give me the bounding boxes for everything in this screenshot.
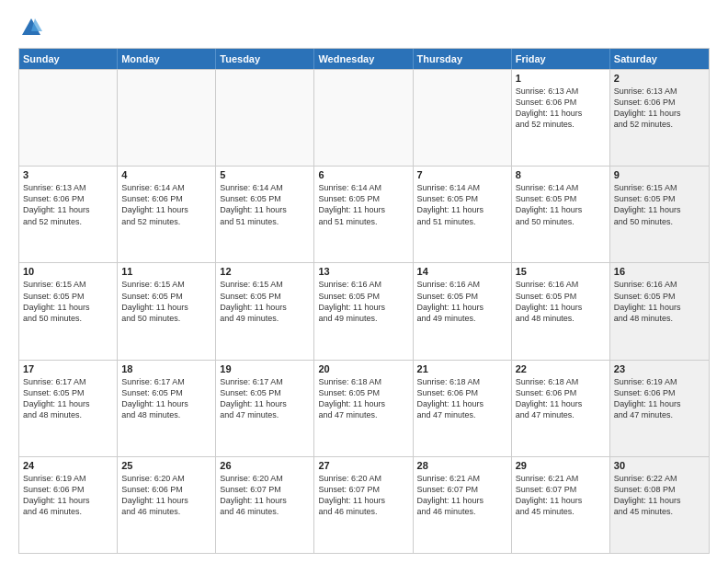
calendar-cell-empty	[216, 70, 314, 166]
logo	[18, 15, 48, 40]
day-info: Sunrise: 6:20 AM Sunset: 6:07 PM Dayligh…	[318, 473, 408, 518]
day-info: Sunrise: 6:18 AM Sunset: 6:06 PM Dayligh…	[417, 376, 507, 421]
calendar-cell-14: 14Sunrise: 6:16 AM Sunset: 6:05 PM Dayli…	[414, 263, 512, 359]
day-number: 25	[121, 460, 211, 471]
day-info: Sunrise: 6:14 AM Sunset: 6:05 PM Dayligh…	[220, 182, 310, 227]
day-info: Sunrise: 6:20 AM Sunset: 6:07 PM Dayligh…	[220, 473, 310, 518]
weekday-header-saturday: Saturday	[610, 49, 709, 69]
calendar-cell-30: 30Sunrise: 6:22 AM Sunset: 6:08 PM Dayli…	[610, 457, 709, 553]
day-info: Sunrise: 6:22 AM Sunset: 6:08 PM Dayligh…	[614, 473, 705, 518]
calendar-cell-19: 19Sunrise: 6:17 AM Sunset: 6:05 PM Dayli…	[216, 361, 314, 456]
weekday-header-monday: Monday	[118, 49, 216, 69]
day-info: Sunrise: 6:15 AM Sunset: 6:05 PM Dayligh…	[23, 279, 113, 324]
weekday-header-thursday: Thursday	[414, 49, 512, 69]
day-number: 21	[417, 363, 507, 374]
day-number: 26	[220, 460, 310, 471]
calendar-cell-13: 13Sunrise: 6:16 AM Sunset: 6:05 PM Dayli…	[314, 263, 413, 359]
calendar-cell-28: 28Sunrise: 6:21 AM Sunset: 6:07 PM Dayli…	[414, 457, 512, 553]
day-number: 10	[23, 266, 113, 277]
calendar-cell-10: 10Sunrise: 6:15 AM Sunset: 6:05 PM Dayli…	[19, 263, 118, 359]
day-number: 30	[614, 460, 705, 471]
calendar-cell-27: 27Sunrise: 6:20 AM Sunset: 6:07 PM Dayli…	[314, 457, 413, 553]
weekday-header-sunday: Sunday	[19, 49, 118, 69]
day-number: 16	[614, 266, 705, 277]
day-number: 19	[220, 363, 310, 374]
calendar-cell-4: 4Sunrise: 6:14 AM Sunset: 6:06 PM Daylig…	[118, 167, 216, 262]
calendar-cell-1: 1Sunrise: 6:13 AM Sunset: 6:06 PM Daylig…	[512, 70, 610, 166]
day-info: Sunrise: 6:18 AM Sunset: 6:05 PM Dayligh…	[318, 376, 408, 421]
day-number: 20	[318, 363, 408, 374]
calendar-cell-empty	[118, 70, 216, 166]
calendar-cell-18: 18Sunrise: 6:17 AM Sunset: 6:05 PM Dayli…	[118, 361, 216, 456]
calendar: SundayMondayTuesdayWednesdayThursdayFrid…	[18, 48, 710, 554]
calendar-cell-22: 22Sunrise: 6:18 AM Sunset: 6:06 PM Dayli…	[512, 361, 610, 456]
calendar-cell-11: 11Sunrise: 6:15 AM Sunset: 6:05 PM Dayli…	[118, 263, 216, 359]
day-info: Sunrise: 6:20 AM Sunset: 6:06 PM Dayligh…	[121, 473, 211, 518]
day-number: 15	[516, 266, 606, 277]
weekday-header-wednesday: Wednesday	[314, 49, 413, 69]
day-number: 1	[516, 73, 606, 84]
day-number: 12	[220, 266, 310, 277]
calendar-cell-12: 12Sunrise: 6:15 AM Sunset: 6:05 PM Dayli…	[216, 263, 314, 359]
calendar-cell-5: 5Sunrise: 6:14 AM Sunset: 6:05 PM Daylig…	[216, 167, 314, 262]
day-info: Sunrise: 6:19 AM Sunset: 6:06 PM Dayligh…	[614, 376, 705, 421]
calendar-row-2: 10Sunrise: 6:15 AM Sunset: 6:05 PM Dayli…	[19, 262, 709, 359]
calendar-row-0: 1Sunrise: 6:13 AM Sunset: 6:06 PM Daylig…	[19, 69, 709, 166]
calendar-cell-21: 21Sunrise: 6:18 AM Sunset: 6:06 PM Dayli…	[414, 361, 512, 456]
header	[18, 15, 710, 40]
calendar-header: SundayMondayTuesdayWednesdayThursdayFrid…	[19, 49, 709, 69]
day-number: 5	[220, 169, 310, 180]
day-info: Sunrise: 6:14 AM Sunset: 6:05 PM Dayligh…	[417, 182, 507, 227]
calendar-row-3: 17Sunrise: 6:17 AM Sunset: 6:05 PM Dayli…	[19, 360, 709, 456]
day-number: 23	[614, 363, 705, 374]
day-info: Sunrise: 6:14 AM Sunset: 6:06 PM Dayligh…	[121, 182, 211, 227]
day-info: Sunrise: 6:17 AM Sunset: 6:05 PM Dayligh…	[23, 376, 113, 421]
calendar-cell-20: 20Sunrise: 6:18 AM Sunset: 6:05 PM Dayli…	[314, 361, 413, 456]
calendar-cell-24: 24Sunrise: 6:19 AM Sunset: 6:06 PM Dayli…	[19, 457, 118, 553]
day-number: 18	[121, 363, 211, 374]
calendar-cell-17: 17Sunrise: 6:17 AM Sunset: 6:05 PM Dayli…	[19, 361, 118, 456]
calendar-cell-29: 29Sunrise: 6:21 AM Sunset: 6:07 PM Dayli…	[512, 457, 610, 553]
day-info: Sunrise: 6:18 AM Sunset: 6:06 PM Dayligh…	[516, 376, 606, 421]
day-number: 2	[614, 73, 705, 84]
day-info: Sunrise: 6:21 AM Sunset: 6:07 PM Dayligh…	[417, 473, 507, 518]
day-number: 28	[417, 460, 507, 471]
calendar-cell-16: 16Sunrise: 6:16 AM Sunset: 6:05 PM Dayli…	[610, 263, 709, 359]
day-number: 13	[318, 266, 408, 277]
day-info: Sunrise: 6:19 AM Sunset: 6:06 PM Dayligh…	[23, 473, 113, 518]
day-number: 11	[121, 266, 211, 277]
calendar-cell-empty	[19, 70, 118, 166]
day-info: Sunrise: 6:16 AM Sunset: 6:05 PM Dayligh…	[614, 279, 705, 324]
calendar-cell-7: 7Sunrise: 6:14 AM Sunset: 6:05 PM Daylig…	[414, 167, 512, 262]
day-info: Sunrise: 6:13 AM Sunset: 6:06 PM Dayligh…	[23, 182, 113, 227]
calendar-body: 1Sunrise: 6:13 AM Sunset: 6:06 PM Daylig…	[19, 69, 709, 553]
day-info: Sunrise: 6:16 AM Sunset: 6:05 PM Dayligh…	[516, 279, 606, 324]
calendar-cell-9: 9Sunrise: 6:15 AM Sunset: 6:05 PM Daylig…	[610, 167, 709, 262]
day-info: Sunrise: 6:15 AM Sunset: 6:05 PM Dayligh…	[121, 279, 211, 324]
day-number: 9	[614, 169, 705, 180]
calendar-cell-23: 23Sunrise: 6:19 AM Sunset: 6:06 PM Dayli…	[610, 361, 709, 456]
day-number: 8	[516, 169, 606, 180]
day-info: Sunrise: 6:13 AM Sunset: 6:06 PM Dayligh…	[516, 86, 606, 131]
day-info: Sunrise: 6:15 AM Sunset: 6:05 PM Dayligh…	[614, 182, 705, 227]
calendar-row-1: 3Sunrise: 6:13 AM Sunset: 6:06 PM Daylig…	[19, 166, 709, 262]
calendar-row-4: 24Sunrise: 6:19 AM Sunset: 6:06 PM Dayli…	[19, 456, 709, 553]
page: SundayMondayTuesdayWednesdayThursdayFrid…	[0, 0, 728, 563]
day-number: 6	[318, 169, 408, 180]
calendar-cell-empty	[314, 70, 413, 166]
day-number: 14	[417, 266, 507, 277]
day-number: 24	[23, 460, 113, 471]
weekday-header-friday: Friday	[512, 49, 610, 69]
calendar-cell-15: 15Sunrise: 6:16 AM Sunset: 6:05 PM Dayli…	[512, 263, 610, 359]
calendar-cell-2: 2Sunrise: 6:13 AM Sunset: 6:06 PM Daylig…	[610, 70, 709, 166]
day-number: 3	[23, 169, 113, 180]
day-number: 27	[318, 460, 408, 471]
day-info: Sunrise: 6:16 AM Sunset: 6:05 PM Dayligh…	[417, 279, 507, 324]
weekday-header-tuesday: Tuesday	[216, 49, 314, 69]
day-number: 22	[516, 363, 606, 374]
day-info: Sunrise: 6:16 AM Sunset: 6:05 PM Dayligh…	[318, 279, 408, 324]
day-info: Sunrise: 6:21 AM Sunset: 6:07 PM Dayligh…	[516, 473, 606, 518]
day-number: 17	[23, 363, 113, 374]
day-info: Sunrise: 6:13 AM Sunset: 6:06 PM Dayligh…	[614, 86, 705, 131]
calendar-cell-3: 3Sunrise: 6:13 AM Sunset: 6:06 PM Daylig…	[19, 167, 118, 262]
